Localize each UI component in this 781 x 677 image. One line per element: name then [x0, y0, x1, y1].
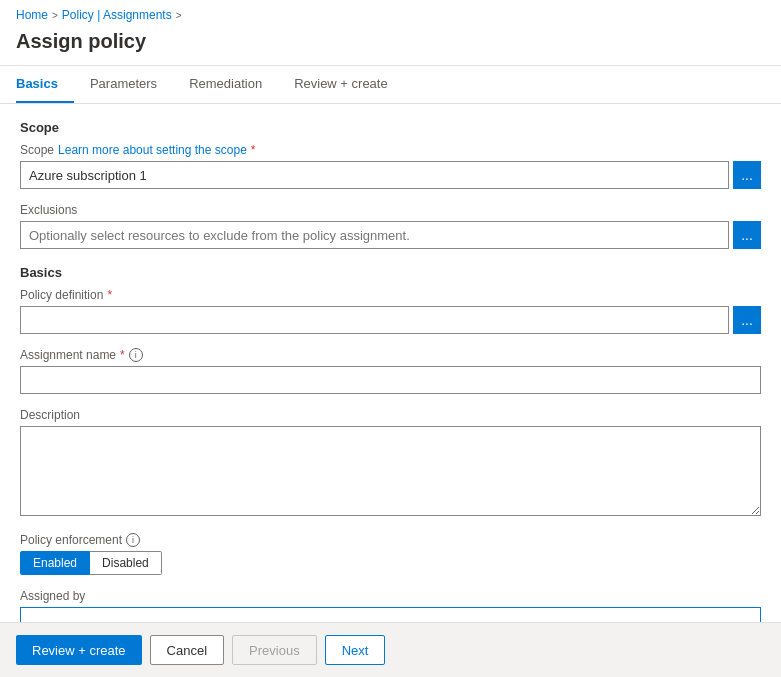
cancel-button[interactable]: Cancel [150, 635, 224, 665]
policy-enforcement-info-icon: i [126, 533, 140, 547]
breadcrumb: Home > Policy | Assignments > [0, 0, 781, 26]
scope-field-group: Scope Learn more about setting the scope… [20, 143, 761, 189]
tabs-bar: Basics Parameters Remediation Review + c… [0, 66, 781, 104]
enforcement-enabled-button[interactable]: Enabled [20, 551, 90, 575]
scope-learn-more-link[interactable]: Learn more about setting the scope [58, 143, 247, 157]
tab-basics[interactable]: Basics [16, 66, 74, 103]
scope-section-header: Scope [20, 120, 761, 135]
scope-section: Scope Scope Learn more about setting the… [20, 120, 761, 249]
breadcrumb-policy-assignments[interactable]: Policy | Assignments [62, 8, 172, 22]
enforcement-disabled-button[interactable]: Disabled [90, 551, 162, 575]
exclusions-input[interactable] [20, 221, 729, 249]
policy-definition-browse-button[interactable]: ... [733, 306, 761, 334]
exclusions-browse-button[interactable]: ... [733, 221, 761, 249]
next-button[interactable]: Next [325, 635, 386, 665]
exclusions-field-group: Exclusions ... [20, 203, 761, 249]
page-title: Assign policy [0, 26, 781, 65]
policy-enforcement-label: Policy enforcement i [20, 533, 761, 547]
description-label: Description [20, 408, 761, 422]
policy-definition-input-row: ... [20, 306, 761, 334]
breadcrumb-sep2: > [176, 10, 182, 21]
policy-definition-input[interactable] [20, 306, 729, 334]
scope-input-row: ... [20, 161, 761, 189]
enforcement-toggle-group: Enabled Disabled [20, 551, 761, 575]
page-container: Home > Policy | Assignments > Assign pol… [0, 0, 781, 677]
assigned-by-label: Assigned by [20, 589, 761, 603]
assignment-name-label: Assignment name * i [20, 348, 761, 362]
tab-review-create[interactable]: Review + create [278, 66, 404, 103]
exclusions-input-row: ... [20, 221, 761, 249]
breadcrumb-home[interactable]: Home [16, 8, 48, 22]
assigned-by-input[interactable] [20, 607, 761, 622]
exclusions-field-label: Exclusions [20, 203, 761, 217]
assignment-name-input[interactable] [20, 366, 761, 394]
footer: Review + create Cancel Previous Next [0, 622, 781, 677]
scope-browse-button[interactable]: ... [733, 161, 761, 189]
policy-enforcement-field-group: Policy enforcement i Enabled Disabled [20, 533, 761, 575]
assignment-name-info-icon: i [129, 348, 143, 362]
previous-button: Previous [232, 635, 317, 665]
basics-section: Basics Policy definition * ... Assignmen… [20, 265, 761, 622]
assignment-name-field-group: Assignment name * i [20, 348, 761, 394]
assigned-by-field-group: Assigned by [20, 589, 761, 622]
description-field-group: Description [20, 408, 761, 519]
scope-input[interactable] [20, 161, 729, 189]
scope-field-label: Scope Learn more about setting the scope… [20, 143, 761, 157]
policy-definition-label: Policy definition * [20, 288, 761, 302]
tab-remediation[interactable]: Remediation [173, 66, 278, 103]
basics-section-header: Basics [20, 265, 761, 280]
review-create-button[interactable]: Review + create [16, 635, 142, 665]
policy-definition-field-group: Policy definition * ... [20, 288, 761, 334]
description-textarea[interactable] [20, 426, 761, 516]
main-content: Scope Scope Learn more about setting the… [0, 104, 781, 622]
tab-parameters[interactable]: Parameters [74, 66, 173, 103]
breadcrumb-sep1: > [52, 10, 58, 21]
